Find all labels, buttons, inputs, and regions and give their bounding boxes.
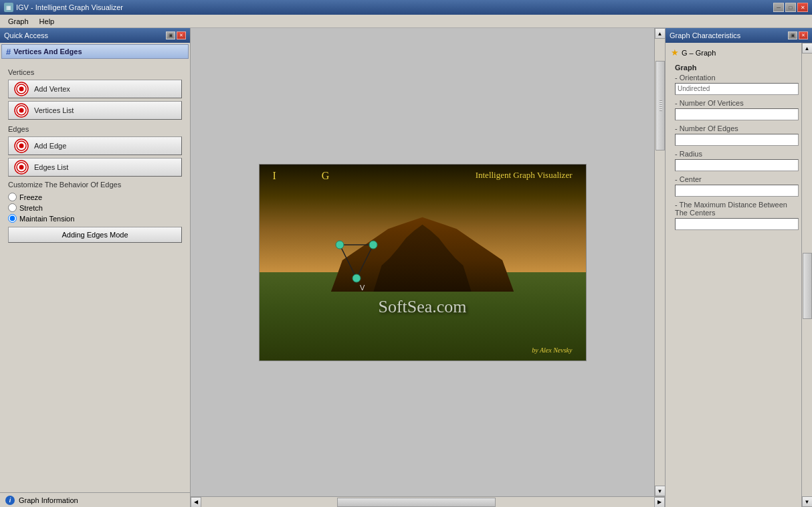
orientation-label: - Orientation [675, 74, 797, 82]
svg-point-2 [19, 87, 24, 92]
svg-line-13 [357, 245, 373, 278]
graph-visualization: V [320, 238, 393, 305]
radio-maintain[interactable]: Maintain Tension [8, 214, 182, 223]
center-value [675, 185, 799, 197]
svg-point-5 [19, 108, 24, 113]
svg-point-15 [336, 241, 344, 249]
left-panel: Quick Access ▣ ✕ # Vertices And Edges Ve… [0, 28, 191, 507]
vertices-label: Vertices [8, 68, 182, 76]
canvas-area[interactable]: I G Intelligent Graph Visualizer SoftSea… [191, 28, 654, 496]
num-vertices-value [675, 108, 799, 120]
prop-max-dist: - The Maximum Distance Between The Cente… [675, 201, 797, 230]
vertices-list-label: Vertices List [34, 106, 74, 114]
right-panel-vscrollbar[interactable]: ▲ ▼ [801, 43, 812, 507]
vscroll-thumb[interactable] [655, 61, 665, 150]
svg-line-14 [340, 245, 357, 278]
app-icon: ▦ [4, 3, 13, 12]
add-vertex-icon [14, 82, 29, 96]
right-panel-content: ★ G – Graph Graph - Orientation Undirect… [666, 43, 801, 507]
right-vscroll-thumb[interactable] [803, 253, 812, 319]
right-panel: Graph Characteristics ▣ ✕ ★ G – Graph Gr… [665, 28, 812, 507]
right-vscroll-up[interactable]: ▲ [802, 43, 813, 54]
vscroll-grip [659, 100, 662, 111]
svg-point-11 [19, 165, 24, 170]
prop-num-edges: - Number Of Edges [675, 124, 797, 146]
property-group-graph: Graph - Orientation Undirected - Number … [670, 64, 797, 230]
splash-image: I G Intelligent Graph Visualizer SoftSea… [259, 164, 587, 361]
right-panel-close-btn[interactable]: ✕ [799, 31, 808, 39]
left-panel-title: Quick Access [4, 31, 48, 39]
title-bar: ▦ IGV - Intelligent Graph Visualizer ─ □… [0, 0, 812, 15]
center-label: - Center [675, 175, 797, 183]
vscroll-down-button[interactable]: ▼ [655, 486, 666, 496]
vscroll-track[interactable] [655, 39, 666, 486]
svg-point-8 [19, 144, 24, 148]
menu-graph[interactable]: Graph [3, 16, 34, 27]
radio-freeze[interactable]: Freeze [8, 193, 182, 201]
splash-title: Intelligent Graph Visualizer [476, 170, 573, 181]
left-panel-content: Vertices Add Vertex [0, 60, 190, 492]
left-panel-close-btn[interactable]: ✕ [177, 31, 186, 39]
prop-center: - Center [675, 175, 797, 197]
right-panel-header: Graph Characteristics ▣ ✕ [666, 28, 812, 43]
prop-num-vertices: - Number Of Vertices [675, 99, 797, 120]
minimize-button[interactable]: ─ [773, 3, 784, 12]
left-panel-bottom: i Graph Information [0, 492, 190, 507]
canvas-hscrollbar[interactable]: ◀ ▶ [191, 496, 665, 507]
radio-stretch[interactable]: Stretch [8, 203, 182, 212]
radius-label: - Radius [675, 150, 797, 158]
section-vertices-edges: # Vertices And Edges [1, 44, 189, 59]
info-icon: i [5, 496, 15, 505]
max-dist-value [675, 218, 799, 230]
vertices-list-button[interactable]: Vertices List [8, 101, 182, 120]
add-vertex-button[interactable]: Add Vertex [8, 80, 182, 98]
close-button[interactable]: ✕ [797, 3, 808, 12]
right-vscroll-down[interactable]: ▼ [802, 496, 813, 507]
graph-root-label: G – Graph [682, 49, 716, 57]
svg-text:V: V [360, 284, 365, 292]
maintain-radio[interactable] [8, 214, 17, 223]
menu-help[interactable]: Help [34, 16, 60, 27]
right-panel-restore-btn[interactable]: ▣ [788, 31, 797, 39]
menu-bar: Graph Help [0, 15, 812, 28]
hscroll-thumb[interactable] [337, 498, 496, 507]
svg-point-16 [369, 241, 377, 249]
orientation-value: Undirected [675, 83, 799, 95]
hscroll-left-button[interactable]: ◀ [191, 497, 201, 508]
num-edges-label: - Number Of Edges [675, 124, 797, 132]
freeze-radio[interactable] [8, 193, 17, 201]
right-panel-title: Graph Characteristics [670, 31, 740, 39]
right-vscroll-track[interactable] [802, 54, 813, 496]
freeze-label: Freeze [19, 193, 42, 201]
svg-point-17 [352, 274, 361, 282]
add-edge-label: Add Edge [34, 142, 66, 150]
prop-radius: - Radius [675, 150, 797, 171]
splash-ig: I G [273, 170, 351, 182]
left-panel-header: Quick Access ▣ ✕ [0, 28, 190, 43]
edges-list-icon [14, 160, 29, 175]
edges-list-button[interactable]: Edges List [8, 158, 182, 177]
add-vertex-label: Add Vertex [34, 85, 70, 93]
restore-button[interactable]: □ [785, 3, 796, 12]
num-vertices-label: - Number Of Vertices [675, 99, 797, 107]
canvas-vscrollbar[interactable]: ▲ ▼ [654, 28, 665, 496]
vscroll-up-button[interactable]: ▲ [655, 28, 666, 39]
graph-tree-root[interactable]: ★ G – Graph [668, 45, 799, 60]
left-panel-restore-btn[interactable]: ▣ [166, 31, 175, 39]
num-edges-value [675, 134, 799, 146]
graph-info-label: Graph Information [19, 496, 78, 504]
hscroll-track[interactable] [201, 497, 654, 508]
behavior-label: Customize The Behavior Of Edges [8, 181, 182, 189]
add-edge-button[interactable]: Add Edge [8, 136, 182, 155]
edges-label: Edges [8, 125, 182, 133]
add-edge-icon [14, 138, 29, 153]
star-icon: ★ [671, 47, 679, 58]
prop-orientation: - Orientation Undirected [675, 74, 797, 95]
section-label: Vertices And Edges [13, 47, 82, 56]
adding-edges-mode-button[interactable]: Adding Edges Mode [8, 227, 182, 243]
maintain-label: Maintain Tension [19, 215, 74, 223]
edges-mode-label: Adding Edges Mode [62, 231, 128, 239]
edges-list-label: Edges List [34, 163, 68, 171]
stretch-radio[interactable] [8, 203, 17, 212]
hscroll-right-button[interactable]: ▶ [654, 497, 665, 508]
